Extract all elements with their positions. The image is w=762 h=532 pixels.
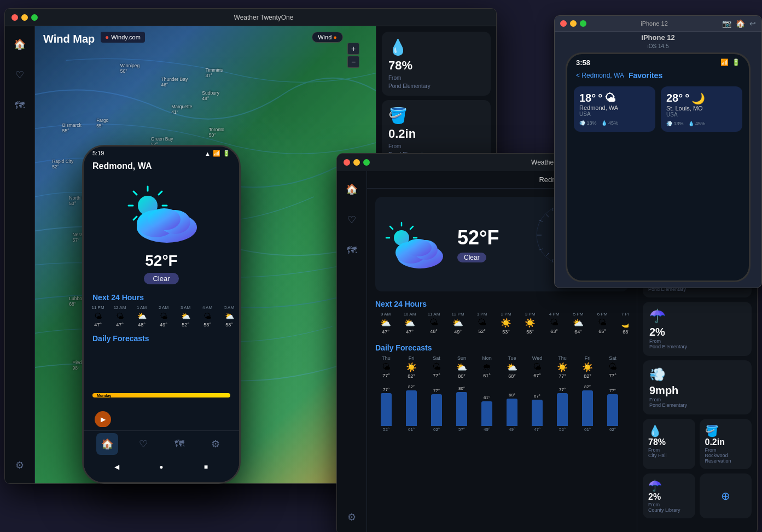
redmond-wind: 💨 13% (579, 120, 597, 126)
macos-nav-home[interactable]: 🏠 (342, 179, 362, 199)
android-weather-icon (84, 176, 239, 252)
macos-nav-heart[interactable]: ♡ (342, 210, 362, 230)
rw-pair-countylibrary: ☂️ 2% From County Library ⊕ (643, 473, 752, 518)
location-redmond[interactable]: 18°° 🌤 Redmond, WA USA 💨 13% 💧 45% (574, 86, 655, 132)
sidebar-item-settings[interactable]: ⚙ (10, 455, 30, 475)
android-status-icons: ▲ 📶 🔋 (205, 150, 230, 157)
ios-max-btn[interactable] (580, 20, 586, 27)
nav-map[interactable]: 🗺 (168, 433, 190, 455)
maximize-button[interactable] (31, 14, 38, 21)
main-condition-badge: Clear (457, 253, 486, 262)
iphone-favorites-title: Favorites (629, 71, 662, 80)
main-weather-svg (381, 217, 446, 272)
hour-11am: 11 AM🌤48° (423, 312, 444, 335)
ios-rotate-icon[interactable]: ↩ (749, 19, 756, 28)
sidebar-item-home[interactable]: 🏠 (10, 34, 30, 54)
stlouis-weather-icon: 🌙 (691, 92, 705, 105)
hour-item-0: 11 PM 🌤 47° (88, 305, 108, 328)
ios-version: iOS 14.5 (555, 43, 761, 52)
hour-item-5: 4 AM 🌤 53° (197, 305, 217, 328)
iphone-status-icons: 📶 🔋 (720, 59, 740, 67)
macos-close-button[interactable] (344, 159, 350, 166)
bar-item-7: 77° 52° (551, 387, 573, 432)
daily-grid: Thu🌤77° Fri☀️82° Sat🌤77° Sun⛅80° Mon🌧61°… (375, 355, 629, 379)
day-sun2: Sun⛅80° (627, 355, 629, 379)
ios-device-name: iPhone 12 (555, 32, 761, 43)
hour-item-2: 1 AM ⛅ 48° (132, 305, 152, 328)
ios-close-btn[interactable] (560, 20, 567, 27)
android-play-button[interactable]: ▶ (95, 411, 111, 428)
close-button[interactable] (11, 14, 18, 21)
svg-line-31 (546, 253, 549, 256)
android-hours: 11 PM 🌤 47° 12 AM 🌤 47° 1 AM ⛅ 48° 2 AM … (84, 302, 239, 331)
svg-line-5 (133, 191, 137, 195)
macos-min-button[interactable] (353, 159, 360, 166)
rw-cl-umbrella-icon: ☂️ (648, 479, 690, 492)
iphone-back-btn[interactable]: < Redmond, WA (576, 72, 624, 79)
iphone-wifi-icon: 📶 (720, 59, 729, 67)
hour-4pm: 4 PM🌤63° (544, 312, 565, 335)
redmond-stats: 💨 13% 💧 45% (579, 120, 650, 126)
ios-home-icon[interactable]: 🏠 (736, 19, 745, 28)
redmond-humidity: 💧 45% (601, 120, 619, 126)
day-fri: Fri☀️82° (400, 355, 422, 379)
stlouis-country: USA (666, 112, 737, 118)
rw-wind-icon: 💨 (649, 367, 745, 382)
nav-heart[interactable]: ♡ (132, 433, 154, 455)
svg-line-29 (546, 214, 549, 218)
android-recents-btn[interactable]: ■ (198, 459, 213, 475)
bar-item-6: 67° 47° (526, 394, 548, 432)
hour-10am: 10 AM⛅47° (399, 312, 420, 335)
bar-item-10: 80° 57° (627, 386, 629, 432)
android-next24-title: Next 24 Hours (84, 288, 239, 302)
zoom-in-button[interactable]: + (347, 43, 359, 55)
macos-nav-settings[interactable]: ⚙ (342, 507, 362, 527)
humidity-widget: 💧 78% From Pond Elementary (382, 32, 491, 96)
add-widget-button[interactable]: ⊕ (700, 473, 752, 518)
hours-scroll: 9 AM⛅47° 10 AM⛅47° 11 AM🌤48° 12 PM⛅49° 1… (375, 312, 629, 337)
bar-chart: 77° 52° 82° 61° 77° 62° 80° 57° 61° 49° … (375, 384, 629, 432)
macos-titlebar-buttons (344, 159, 370, 166)
battery-icon: 🔋 (223, 150, 230, 157)
stlouis-city: St. Louis, MO (666, 105, 737, 112)
rw-umbrella-icon: ☂️ (649, 308, 745, 324)
day-wed: Wed🌤67° (526, 355, 548, 379)
macos-max-button[interactable] (363, 159, 370, 166)
hour-12pm: 12 PM⛅49° (447, 312, 468, 335)
iphone-battery-icon: 🔋 (732, 59, 740, 67)
bar-item-9: 77° 62° (602, 388, 624, 432)
redmond-city: Redmond, WA (579, 104, 650, 111)
svg-point-12 (148, 208, 181, 230)
wifi-icon: 📶 (213, 150, 220, 157)
iphone-preview: 3:58 📶 🔋 < Redmond, WA Favorites 18°° 🌤 … (566, 52, 751, 282)
hour-5pm: 5 PM⛅64° (568, 312, 589, 335)
android-temp: 52°F (84, 252, 239, 270)
next24-title: Next 24 Hours (375, 300, 629, 308)
stlouis-temp: 28°° 🌙 (666, 92, 737, 105)
sidebar-item-favorites[interactable]: ♡ (10, 65, 30, 85)
hour-7pm: 7 PM🌙68° (616, 312, 629, 335)
nav-settings[interactable]: ⚙ (205, 433, 226, 455)
wind-map-title: Wind Map (43, 33, 95, 45)
android-home-btn[interactable]: ● (154, 459, 169, 475)
redmond-weather-icon: 🌤 (604, 92, 615, 104)
android-back-btn[interactable]: ◀ (109, 459, 125, 475)
svg-line-7 (133, 217, 137, 220)
sidebar-item-map[interactable]: 🗺 (10, 96, 30, 115)
minimize-button[interactable] (21, 14, 28, 21)
rw-ch-humidity-icon: 💧 (648, 424, 690, 437)
macos-nav-map[interactable]: 🗺 (342, 241, 362, 260)
hour-item-1: 12 AM 🌤 47° (110, 305, 130, 328)
ios-screenshot-icon[interactable]: 📷 (722, 19, 731, 28)
svg-point-23 (404, 239, 432, 256)
day-thu2: Thu☀️77° (551, 355, 573, 379)
nav-home[interactable]: 🏠 (96, 433, 118, 455)
rw-rw-precip-icon: 🪣 (705, 424, 747, 437)
zoom-out-button[interactable]: − (347, 56, 359, 68)
svg-line-18 (390, 226, 393, 229)
ios-min-btn[interactable] (570, 20, 577, 27)
zoom-controls: + − (347, 43, 359, 68)
hour-3pm: 3 PM☀️58° (520, 312, 540, 335)
day-mon: Mon🌧61° (476, 355, 498, 379)
location-stlouis[interactable]: 28°° 🌙 St. Louis, MO USA 💨 13% 💧 45% (661, 86, 742, 132)
